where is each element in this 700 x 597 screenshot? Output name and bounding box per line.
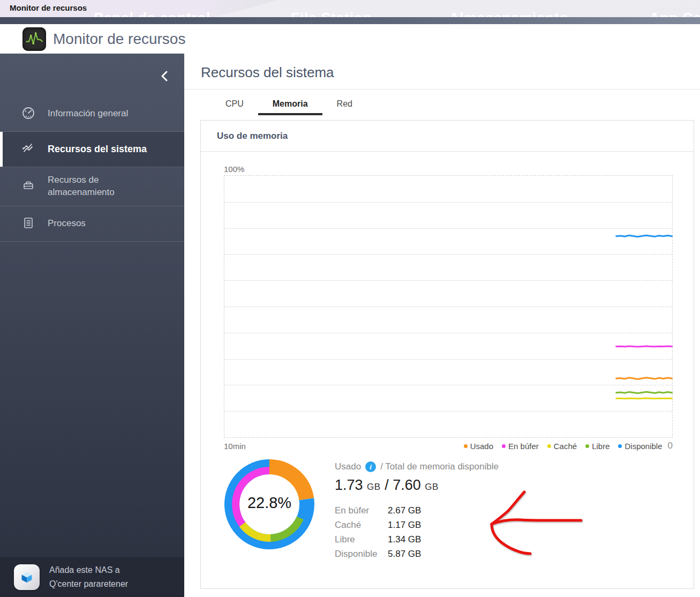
row-value: 5.87 GB — [388, 547, 421, 561]
main-content: Recursos del sistema CPU Memoria Red Uso… — [184, 54, 700, 597]
row-label: En búfer — [335, 503, 388, 518]
used-unit: GB — [367, 482, 381, 492]
legend-item: Libre — [585, 442, 609, 451]
qcenter-banner[interactable]: Añada este NAS a Q'center pararetener — [0, 557, 184, 597]
legend-label: Libre — [592, 442, 609, 451]
legend-label: En búfer — [508, 442, 539, 451]
sidebar-item-recursos-de-almacenamiento[interactable]: Recursos de almacenamiento — [0, 167, 184, 206]
row-label: Caché — [335, 518, 388, 532]
background-window-title: Almacenamiento — [449, 10, 568, 17]
qcenter-line1: Añada este NAS a — [49, 563, 128, 577]
legend-dot — [618, 444, 622, 448]
chart-plot-area — [224, 175, 673, 438]
sidebar-item-label: Recursos del sistema — [48, 143, 147, 155]
legend-item: Usado — [464, 442, 493, 451]
sidebar-item-procesos[interactable]: Procesos — [0, 206, 184, 242]
legend-label: Usado — [470, 442, 493, 451]
app-title: Monitor de recursos — [53, 31, 185, 48]
legend-dot — [502, 444, 506, 448]
memory-usage-panel: Uso de memoria 100% 10min UsadoEn búferC… — [200, 120, 694, 589]
legend-item: Caché — [547, 442, 577, 451]
tab-memoria[interactable]: Memoria — [258, 96, 322, 115]
row-value: 1.17 GB — [388, 518, 421, 532]
resource-monitor-app-icon — [22, 27, 46, 51]
y-axis-top-label: 100% — [224, 165, 673, 174]
legend-dot — [585, 444, 589, 448]
memory-summary: 22.8% Usado i / Total de memoria disponi… — [201, 459, 694, 561]
panel-header: Uso de memoria — [201, 121, 694, 152]
sidebar-item-informacion-general[interactable]: Información general — [0, 96, 184, 132]
series-line-Libre — [616, 392, 672, 393]
gridline — [224, 411, 672, 412]
panel-title: Uso de memoria — [217, 131, 288, 141]
series-line-Caché — [616, 398, 672, 399]
chevron-left-icon — [160, 70, 169, 82]
legend-item: Disponible — [618, 442, 662, 451]
table-row: Disponible 5.87 GB — [335, 547, 499, 561]
donut-percent-label: 22.8% — [224, 494, 315, 512]
gridline — [224, 385, 672, 385]
table-row: En búfer 2.67 GB — [335, 503, 499, 518]
taskbar-app-title: Monitor de recursos — [10, 3, 87, 12]
info-icon[interactable]: i — [365, 461, 376, 472]
chart-series-lines — [224, 176, 673, 438]
qcenter-line2: Q'center pararetener — [49, 577, 128, 591]
table-row: Caché 1.17 GB — [335, 518, 499, 532]
total-label: / Total de memoria disponible — [380, 461, 499, 472]
desktop-top-strip: Monitor de recursos Panel de control Fil… — [0, 0, 700, 17]
series-line-Disponible — [616, 235, 672, 237]
usado-label: Usado — [335, 461, 361, 472]
x-axis-right-label: 0 — [668, 441, 673, 451]
used-value: 1.73 — [335, 477, 363, 493]
storage-icon — [21, 178, 35, 195]
tab-red[interactable]: Red — [322, 96, 367, 115]
window-title-bar — [0, 17, 700, 24]
chart-x-axis-row: 10min UsadoEn búferCachéLibreDisponible … — [224, 441, 673, 451]
page-title: Recursos del sistema — [201, 64, 700, 81]
series-line-En búfer — [616, 346, 672, 347]
total-unit: GB — [425, 482, 439, 492]
usage-values: 1.73 GB / 7.60 GB — [335, 477, 499, 494]
legend-dot — [464, 444, 468, 448]
legend-label: Disponible — [624, 442, 662, 451]
memory-chart: 100% 10min UsadoEn búferCachéLibreDispon… — [201, 152, 694, 451]
sidebar-collapse-button[interactable] — [156, 68, 172, 85]
gauge-icon — [21, 106, 35, 122]
legend-dot — [547, 444, 551, 448]
gridline — [224, 202, 672, 203]
row-value: 1.34 GB — [388, 532, 421, 547]
qcenter-cube-icon — [14, 564, 40, 590]
x-axis-left-label: 10min — [224, 442, 246, 451]
sidebar: Información general Recursos del sistema — [0, 54, 184, 597]
table-row: Libre 1.34 GB — [335, 532, 499, 547]
row-value: 2.67 GB — [388, 503, 421, 518]
value-separator: / — [385, 477, 389, 493]
sidebar-menu: Información general Recursos del sistema — [0, 96, 184, 242]
gridline — [224, 307, 672, 307]
sidebar-item-label: Procesos — [48, 218, 86, 230]
resource-monitor-window: Monitor de recursos Panel de control Fil… — [0, 0, 700, 597]
app-header: Monitor de recursos — [0, 24, 700, 54]
row-label: Disponible — [335, 547, 388, 561]
gridline — [224, 254, 672, 255]
background-window-title: Panel de control — [94, 10, 210, 17]
sidebar-item-label: Recursos de almacenamiento — [48, 174, 155, 199]
chart-legend-group: UsadoEn búferCachéLibreDisponible 0 — [455, 441, 673, 451]
tab-bar: CPU Memoria Red — [211, 96, 700, 115]
title-divider — [184, 89, 700, 89]
gridline — [224, 333, 672, 333]
gridline — [224, 280, 672, 281]
process-list-icon — [21, 216, 35, 232]
tab-cpu[interactable]: CPU — [211, 96, 258, 115]
memory-stats: Usado i / Total de memoria disponible 1.… — [335, 459, 499, 561]
series-line-Usado — [616, 378, 672, 379]
legend-label: Caché — [554, 442, 577, 451]
background-window-title: File Station — [291, 10, 372, 17]
memory-breakdown-table: En búfer 2.67 GB Caché 1.17 GB Libre 1.3… — [335, 503, 499, 561]
line-chart-icon — [21, 141, 35, 158]
sidebar-item-recursos-del-sistema[interactable]: Recursos del sistema — [0, 132, 184, 167]
background-window-title: App Center — [649, 10, 700, 17]
chart-legend: UsadoEn búferCachéLibreDisponible — [455, 442, 663, 451]
gridline — [224, 228, 672, 229]
sidebar-item-label: Información general — [48, 108, 128, 120]
